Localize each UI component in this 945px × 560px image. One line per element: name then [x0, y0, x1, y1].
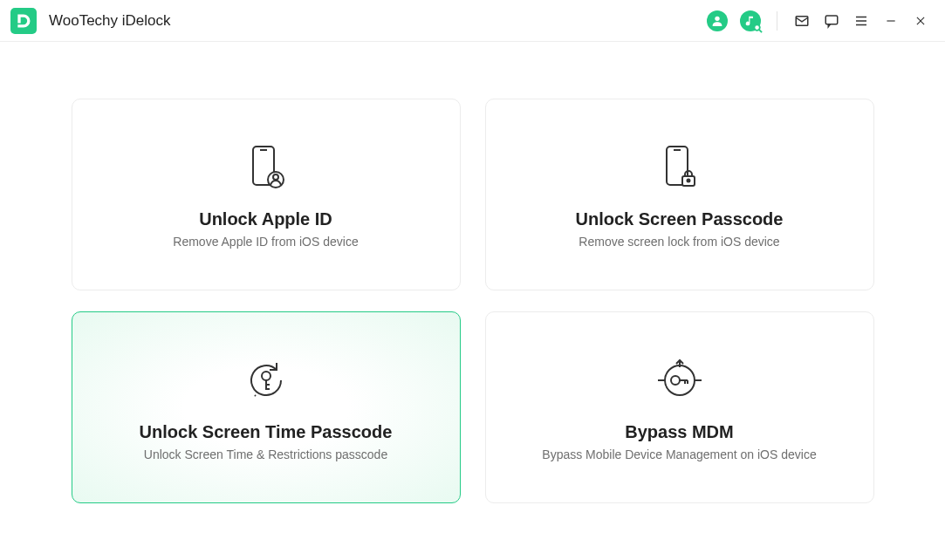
mode-grid: Unlock Apple ID Remove Apple ID from iOS…	[72, 99, 874, 503]
refresh-key-icon	[244, 354, 288, 406]
close-button[interactable]	[912, 12, 929, 30]
card-desc: Bypass Mobile Device Management on iOS d…	[542, 447, 816, 461]
card-desc: Remove Apple ID from iOS device	[173, 235, 358, 249]
svg-point-27	[671, 376, 680, 385]
card-desc: Unlock Screen Time & Restrictions passco…	[144, 447, 387, 461]
minimize-button[interactable]	[882, 12, 900, 30]
card-title: Unlock Screen Passcode	[576, 209, 784, 229]
card-unlock-screen-passcode[interactable]: Unlock Screen Passcode Remove screen loc…	[485, 99, 874, 290]
svg-point-1	[754, 24, 759, 30]
phone-lock-icon	[660, 141, 700, 194]
account-icon[interactable]	[707, 10, 728, 31]
card-title: Unlock Apple ID	[199, 209, 332, 229]
app-window: WooTechy iDelock	[0, 0, 945, 560]
svg-point-19	[262, 372, 270, 380]
card-title: Bypass MDM	[625, 422, 733, 442]
toolbar-separator	[777, 11, 777, 31]
main-content: Unlock Apple ID Remove Apple ID from iOS…	[0, 42, 945, 560]
feedback-icon[interactable]	[823, 12, 840, 30]
mdm-key-icon	[656, 354, 703, 406]
titlebar: WooTechy iDelock	[0, 0, 945, 42]
app-logo	[10, 8, 37, 34]
phone-user-icon	[246, 141, 286, 194]
mail-icon[interactable]	[793, 12, 811, 30]
titlebar-icons	[707, 10, 929, 31]
svg-rect-4	[825, 16, 838, 24]
svg-line-2	[759, 29, 762, 31]
app-title: WooTechy iDelock	[49, 12, 171, 30]
card-title: Unlock Screen Time Passcode	[140, 422, 393, 442]
card-unlock-apple-id[interactable]: Unlock Apple ID Remove Apple ID from iOS…	[72, 99, 461, 290]
svg-point-18	[687, 179, 689, 181]
logo-d-icon	[15, 12, 32, 30]
svg-point-0	[715, 16, 719, 20]
card-unlock-screen-time-passcode[interactable]: Unlock Screen Time Passcode Unlock Scree…	[72, 311, 461, 503]
music-search-icon[interactable]	[740, 10, 761, 31]
card-desc: Remove screen lock from iOS device	[579, 235, 779, 249]
menu-icon[interactable]	[853, 12, 870, 30]
card-bypass-mdm[interactable]: Bypass MDM Bypass Mobile Device Manageme…	[485, 311, 874, 503]
